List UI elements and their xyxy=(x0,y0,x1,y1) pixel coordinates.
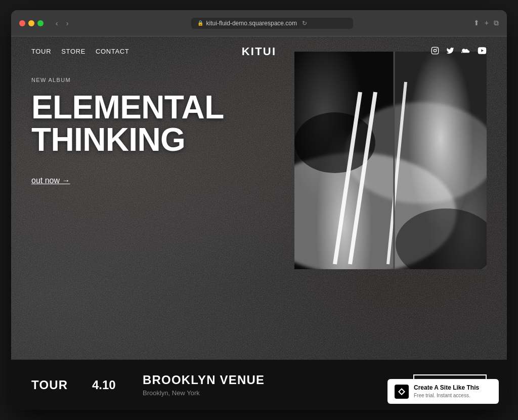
forward-button[interactable]: › xyxy=(64,18,71,28)
tabs-icon[interactable]: ⧉ xyxy=(494,19,499,27)
svg-rect-11 xyxy=(394,52,487,269)
site-logo[interactable]: KITUI xyxy=(242,45,276,58)
tour-venue-block: BROOKLYN VENUE Brooklyn, New York xyxy=(143,373,413,397)
squarespace-logo xyxy=(395,385,409,399)
site-header: TOUR STORE CONTACT KITUI xyxy=(11,36,507,66)
nav-left: TOUR STORE CONTACT xyxy=(31,48,129,55)
eyebrow-label: NEW ALBUM xyxy=(31,77,224,83)
squarespace-text: Create A Site Like This Free trial. Inst… xyxy=(414,384,492,399)
soundcloud-icon[interactable] xyxy=(461,47,470,56)
url-text: kitui-fluid-demo.squarespace.com xyxy=(206,20,297,27)
close-button[interactable] xyxy=(19,20,25,26)
svg-rect-0 xyxy=(431,47,438,54)
url-bar[interactable]: 🔒 kitui-fluid-demo.squarespace.com ↻ xyxy=(191,18,353,29)
nav-tour[interactable]: TOUR xyxy=(31,48,51,55)
back-button[interactable]: ‹ xyxy=(54,18,60,28)
svg-point-2 xyxy=(437,49,438,50)
browser-window: ‹ › 🔒 kitui-fluid-demo.squarespace.com ↻… xyxy=(11,10,507,410)
traffic-lights xyxy=(19,20,44,26)
svg-point-1 xyxy=(434,49,436,52)
browser-chrome: ‹ › 🔒 kitui-fluid-demo.squarespace.com ↻… xyxy=(11,10,507,36)
share-icon[interactable]: ⬆ xyxy=(473,19,480,27)
tour-section: TOUR 4.10 BROOKLYN VENUE Brooklyn, New Y… xyxy=(11,359,507,410)
browser-nav: ‹ › xyxy=(54,18,70,28)
youtube-icon[interactable] xyxy=(478,47,487,56)
refresh-icon: ↻ xyxy=(302,20,307,27)
nav-store[interactable]: STORE xyxy=(61,48,85,55)
tour-date: 4.10 xyxy=(92,378,143,392)
maximize-button[interactable] xyxy=(37,20,44,26)
nav-right xyxy=(431,47,487,56)
album-title: ELEMENTAL THINKING xyxy=(31,91,224,156)
twitter-icon[interactable] xyxy=(446,47,454,56)
instagram-icon[interactable] xyxy=(431,47,439,56)
album-art-container xyxy=(294,52,487,269)
squarespace-title: Create A Site Like This xyxy=(414,384,492,392)
site-content: TOUR STORE CONTACT KITUI xyxy=(11,36,507,410)
hero-text: NEW ALBUM ELEMENTAL THINKING out now → xyxy=(31,77,224,185)
squarespace-subtitle: Free trial. Instant access. xyxy=(414,392,492,399)
nav-contact[interactable]: CONTACT xyxy=(96,48,129,55)
tour-location: Brooklyn, New York xyxy=(143,389,413,397)
lock-icon: 🔒 xyxy=(197,20,203,26)
address-bar: 🔒 kitui-fluid-demo.squarespace.com ↻ xyxy=(76,18,467,29)
album-art-svg xyxy=(294,52,487,269)
new-tab-icon[interactable]: + xyxy=(485,19,489,27)
squarespace-promo[interactable]: Create A Site Like This Free trial. Inst… xyxy=(387,379,499,404)
tour-label: TOUR xyxy=(31,378,92,392)
minimize-button[interactable] xyxy=(28,20,34,26)
hero-section: TOUR STORE CONTACT KITUI xyxy=(11,36,507,359)
album-art xyxy=(294,52,487,269)
browser-actions: ⬆ + ⧉ xyxy=(473,19,499,27)
tour-venue: BROOKLYN VENUE xyxy=(143,373,413,387)
out-now-link[interactable]: out now → xyxy=(31,176,70,185)
